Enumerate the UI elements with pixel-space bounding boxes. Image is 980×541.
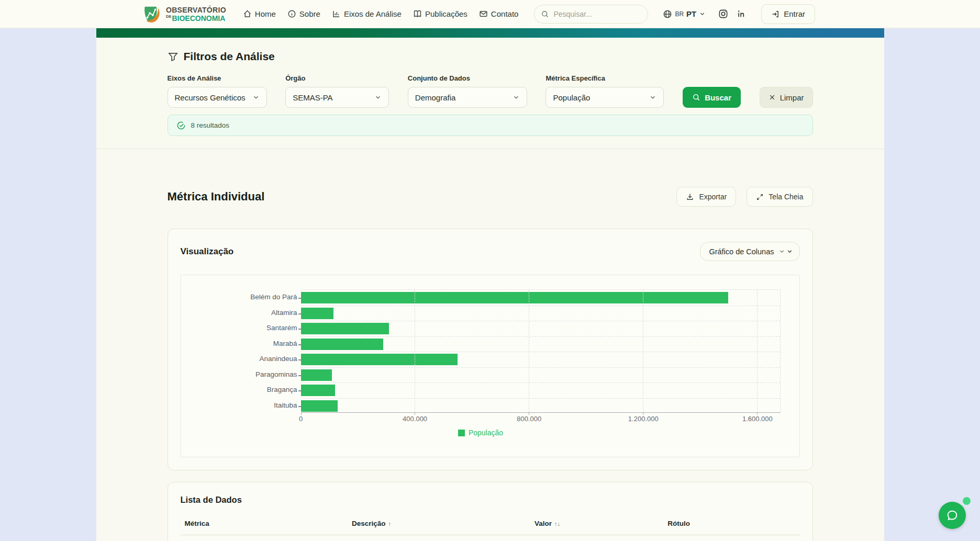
locale-country: BR [675,10,684,18]
linkedin-icon[interactable] [737,9,747,19]
login-button[interactable]: Entrar [761,4,815,24]
chart-band [301,398,780,414]
axis-tick-label: 800.000 [517,415,541,423]
nav-links: Home Sobre Eixos de Análise Publicações … [243,9,519,18]
search-input[interactable] [553,10,632,18]
results-banner: 8 resultados [168,115,813,136]
col-rotulo: Rótulo [663,515,799,535]
gridline [415,290,415,412]
filters-title: Filtros de Análise [168,50,813,63]
page-content: Filtros de Análise Eixos de Análise Recu… [96,28,884,541]
chart-band [301,382,780,398]
sort-both-icon[interactable]: ↑↓ [554,521,560,527]
chart-axis-labels: 0400.000800.0001.200.0001.600.000 [301,413,781,425]
chat-notification-dot [963,497,971,505]
chevron-down-icon [786,248,793,255]
nav-search[interactable] [534,5,648,24]
close-icon [769,94,776,101]
chat-button[interactable] [939,502,966,529]
sort-asc-icon[interactable]: ↑ [388,521,391,527]
language-selector[interactable]: BR PT [663,9,706,19]
chevron-down-icon [649,94,656,101]
chevron-down-icon [778,248,785,255]
bar-0[interactable] [301,292,729,303]
fullscreen-button[interactable]: Tela Cheia [747,187,812,207]
category-label: Paragominas [181,367,301,382]
bar-4[interactable] [301,354,458,365]
logo-line1: OBSERVATÓRIO [166,6,226,14]
logo[interactable]: OBSERVATÓRIO DEBIOECONOMIA [142,4,226,24]
chart-band [301,336,780,352]
filter-select-orgao[interactable]: SEMAS-PA [285,87,389,108]
gridline [529,290,529,412]
nav-item-home[interactable]: Home [243,9,276,18]
chart-plot [301,289,781,413]
top-navbar: OBSERVATÓRIO DEBIOECONOMIA Home Sobre Ei… [0,0,980,28]
filter-select-conjunto[interactable]: Demografia [408,87,527,108]
table-row: População Altamira 115.000 Altamira [181,535,800,541]
filter-label-orgao: Órgão [285,74,389,82]
category-label: Belém do Pará [181,289,301,305]
logo-icon [142,4,162,24]
visualization-title: Visualização [181,246,234,257]
chevron-down-icon [374,94,382,101]
book-icon [413,9,422,18]
nav-item-publicacoes[interactable]: Publicações [413,9,467,18]
col-valor[interactable]: Valor↑↓ [530,515,663,535]
legend-swatch [458,430,465,436]
chevron-down-icon [252,94,260,101]
bar-1[interactable] [301,308,334,319]
gradient-accent-bar [96,28,884,38]
filter-label-eixos: Eixos de Análise [168,74,267,82]
data-list-card: Lista de Dados Métrica Descrição↑ Valor↑… [168,482,813,541]
bar-3[interactable] [301,339,384,350]
bar-2[interactable] [301,323,389,334]
nav-item-contato[interactable]: Contato [479,9,519,18]
filter-label-conjunto: Conjunto de Dados [408,74,527,82]
logo-line2: DEBIOECONOMIA [166,15,226,22]
filter-select-metrica[interactable]: População [545,87,664,108]
col-metrica: Métrica [181,515,348,535]
category-label: Altamira [181,305,301,321]
category-label: Itaituba [181,398,301,413]
chevron-down-icon [699,10,706,17]
category-label: Marabá [181,336,301,352]
bar-7[interactable] [301,400,338,412]
filter-label-metrica: Métrica Específica [545,74,664,82]
search-icon [541,10,549,18]
bar-6[interactable] [301,385,335,396]
bar-5[interactable] [301,369,332,381]
info-icon [287,9,296,18]
nav-item-eixos[interactable]: Eixos de Análise [332,9,402,18]
chart-band [301,321,780,336]
chart-band [301,367,780,383]
axis-tick-label: 400.000 [403,415,427,423]
check-circle-icon [176,121,186,130]
visualization-card: Visualização Gráfico de Colunas Belém do… [168,229,813,470]
filters-section: Filtros de Análise Eixos de Análise Recu… [96,38,884,149]
data-table: Métrica Descrição↑ Valor↑↓ Rótulo Popula… [181,515,800,541]
chart-legend: População [181,429,781,437]
chart-band [301,290,780,306]
col-descricao[interactable]: Descrição↑ [348,515,530,535]
locale-language: PT [686,9,696,18]
results-text: 8 resultados [191,121,230,129]
social-links [718,9,747,19]
bar-chart: Belém do ParáAltamiraSantarémMarabáAnani… [181,275,800,457]
gridline [643,290,643,412]
login-icon [771,10,779,18]
export-button[interactable]: Exportar [676,187,736,207]
expand-icon [756,193,764,201]
nav-item-sobre[interactable]: Sobre [287,9,320,18]
chart-band [301,352,780,367]
filter-select-eixos[interactable]: Recursos Genéticos [168,87,267,108]
axis-tick-label: 0 [299,415,303,423]
gridline [757,290,758,412]
page-title: Métrica Individual [168,190,265,204]
chart-type-select[interactable]: Gráfico de Colunas [700,242,799,261]
home-icon [243,9,252,18]
legend-label: População [469,429,503,437]
instagram-icon[interactable] [718,9,728,19]
search-button[interactable]: Buscar [683,87,741,108]
clear-button[interactable]: Limpar [760,87,813,108]
